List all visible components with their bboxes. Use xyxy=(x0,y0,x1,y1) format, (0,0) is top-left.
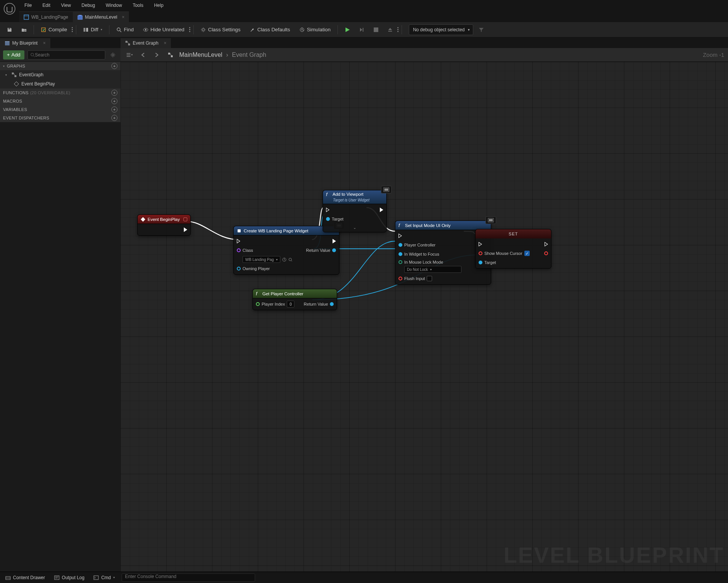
tab-main-menu-level[interactable]: MainMenuLevel × xyxy=(73,11,129,22)
section-dispatchers[interactable]: EVENT DISPATCHERS + xyxy=(0,114,121,122)
menu-view[interactable]: View xyxy=(56,1,76,10)
node-event-begin-play[interactable]: Event BeginPlay xyxy=(137,214,191,236)
svg-point-24 xyxy=(112,54,114,56)
show-mouse-cursor-pin[interactable] xyxy=(479,251,482,255)
section-label: MACROS xyxy=(3,99,22,103)
menu-debug[interactable]: Debug xyxy=(76,1,100,10)
flush-input-checkbox[interactable] xyxy=(427,276,432,281)
eject-button[interactable] xyxy=(384,24,397,35)
console-field[interactable] xyxy=(125,574,252,579)
exec-out-pin[interactable] xyxy=(184,227,187,232)
compile-options-button[interactable] xyxy=(72,27,73,32)
close-icon[interactable]: × xyxy=(164,40,166,46)
reset-icon[interactable] xyxy=(282,258,286,262)
class-settings-button[interactable]: Class Settings xyxy=(197,24,244,35)
node-set-show-mouse-cursor[interactable]: SET Show Mouse Cursor xyxy=(475,229,551,269)
find-button[interactable]: Find xyxy=(112,24,138,35)
simulation-button[interactable]: Simulation xyxy=(296,24,334,35)
menu-tools[interactable]: Tools xyxy=(127,1,149,10)
exec-out-pin[interactable] xyxy=(380,208,383,212)
add-graph-button[interactable]: + xyxy=(111,63,117,69)
browse-button[interactable] xyxy=(18,24,31,35)
compile-button[interactable]: Compile xyxy=(37,24,71,35)
search-input[interactable] xyxy=(27,50,105,60)
search-field[interactable] xyxy=(35,52,103,58)
svg-rect-9 xyxy=(86,28,88,32)
hide-unrelated-button[interactable]: Hide Unrelated xyxy=(139,24,188,35)
player-index-pin[interactable] xyxy=(256,302,260,306)
class-pin[interactable] xyxy=(237,248,241,252)
chevron-down-icon[interactable]: ⌄ xyxy=(326,225,383,230)
add-variable-button[interactable]: + xyxy=(111,106,117,113)
exec-in-pin[interactable] xyxy=(479,242,482,246)
player-controller-pin[interactable] xyxy=(399,243,402,247)
sidebar-tab-my-blueprint[interactable]: My Blueprint × xyxy=(0,38,50,48)
menu-help[interactable]: Help xyxy=(149,1,169,10)
graph-canvas[interactable]: Event BeginPlay Create WB Landing Page W… xyxy=(121,62,728,572)
output-log-button[interactable]: Output Log xyxy=(52,574,87,581)
exec-in-pin[interactable] xyxy=(399,234,402,238)
graph-root-button[interactable] xyxy=(166,50,175,60)
diff-button[interactable]: Diff ▾ xyxy=(79,24,106,35)
player-index-value[interactable]: 0 xyxy=(287,301,294,308)
save-button[interactable] xyxy=(3,24,16,35)
delegate-pin[interactable] xyxy=(183,217,187,221)
stop-button[interactable] xyxy=(370,24,382,35)
history-button[interactable]: ▾ xyxy=(124,50,134,60)
add-macro-button[interactable]: + xyxy=(111,98,117,104)
section-variables[interactable]: VARIABLES + xyxy=(0,105,121,114)
svg-rect-48 xyxy=(489,219,493,221)
out-value-pin[interactable] xyxy=(544,251,548,255)
play-button[interactable] xyxy=(341,24,354,35)
add-button[interactable]: + Add xyxy=(3,50,24,60)
play-options[interactable] xyxy=(397,27,399,32)
menu-edit[interactable]: Edit xyxy=(37,1,56,10)
console-input[interactable] xyxy=(122,573,255,582)
section-graphs[interactable]: ▾ GRAPHS + xyxy=(0,62,121,70)
terminal-icon xyxy=(93,575,99,580)
exec-out-pin[interactable] xyxy=(333,239,336,243)
nav-back-button[interactable] xyxy=(138,50,148,60)
close-icon[interactable]: × xyxy=(122,14,124,20)
node-add-to-viewport[interactable]: f Add to Viewport Target is User Widget … xyxy=(323,190,387,232)
node-get-player-controller[interactable]: f Get Player Controller Player Index 0 R… xyxy=(252,289,337,310)
class-defaults-button[interactable]: Class Defaults xyxy=(246,24,294,35)
tab-event-graph[interactable]: Event Graph × xyxy=(121,38,171,48)
widget-to-focus-pin[interactable] xyxy=(399,252,402,256)
close-icon[interactable]: × xyxy=(43,40,46,46)
node-create-widget[interactable]: Create WB Landing Page Widget Class Retu… xyxy=(233,226,339,275)
owning-player-pin[interactable] xyxy=(237,267,241,271)
return-value-pin[interactable] xyxy=(332,248,336,252)
breadcrumb-root[interactable]: MainMenuLevel xyxy=(179,52,222,58)
sidebar-item-begin-play[interactable]: Event BeginPlay xyxy=(0,79,121,89)
mouse-lock-selector[interactable]: Do Not Lock xyxy=(404,266,461,273)
sidebar-item-eventgraph[interactable]: ▾ EventGraph xyxy=(0,70,121,79)
debug-filter-button[interactable] xyxy=(475,24,488,35)
debug-object-selector[interactable]: No debug object selected xyxy=(409,24,473,35)
hide-unrelated-options[interactable] xyxy=(189,27,190,32)
cmd-label: Cmd xyxy=(101,575,111,580)
cmd-type-button[interactable]: Cmd ▾ xyxy=(91,574,117,581)
return-value-pin[interactable] xyxy=(330,302,334,306)
tab-wb-landing-page[interactable]: WB_LandingPage xyxy=(19,11,73,22)
section-macros[interactable]: MACROS + xyxy=(0,97,121,105)
add-function-button[interactable]: + xyxy=(111,90,117,96)
show-cursor-checkbox[interactable] xyxy=(524,251,530,256)
mouse-lock-pin[interactable] xyxy=(399,260,402,264)
section-functions[interactable]: FUNCTIONS (20 OVERRIDABLE) + xyxy=(0,89,121,97)
content-drawer-button[interactable]: Content Drawer xyxy=(3,574,47,581)
skip-button[interactable] xyxy=(355,24,368,35)
menu-file[interactable]: File xyxy=(19,1,37,10)
nav-forward-button[interactable] xyxy=(152,50,162,60)
browse-asset-icon[interactable] xyxy=(288,258,292,262)
flush-input-pin[interactable] xyxy=(399,277,402,280)
add-dispatcher-button[interactable]: + xyxy=(111,115,117,121)
target-pin[interactable] xyxy=(326,217,330,221)
menu-window[interactable]: Window xyxy=(100,1,127,10)
target-pin[interactable] xyxy=(479,261,482,264)
exec-in-pin[interactable] xyxy=(326,208,329,212)
exec-in-pin[interactable] xyxy=(237,239,240,243)
exec-out-pin[interactable] xyxy=(545,242,548,246)
settings-button[interactable] xyxy=(108,50,117,60)
class-selector[interactable]: WB Landing Pag xyxy=(243,256,280,263)
